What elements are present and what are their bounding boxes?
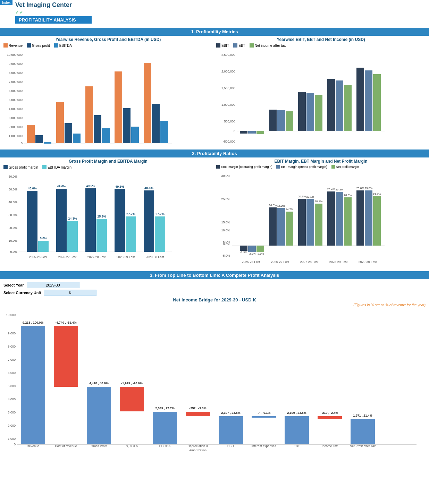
- svg-text:20.1%: 20.1%: [306, 195, 314, 198]
- svg-rect-22: [123, 108, 131, 143]
- svg-text:50.0%: 50.0%: [8, 188, 17, 191]
- svg-rect-68: [27, 191, 37, 252]
- svg-rect-52: [356, 68, 364, 131]
- svg-rect-123: [344, 197, 352, 246]
- svg-text:2028-29 Fcst: 2028-29 Fcst: [329, 260, 348, 264]
- svg-text:-5.0%: -5.0%: [222, 254, 230, 257]
- svg-rect-49: [327, 79, 335, 131]
- svg-text:6,000: 6,000: [8, 371, 16, 375]
- svg-text:4,478 , 48.8%: 4,478 , 48.8%: [89, 382, 109, 385]
- svg-rect-14: [44, 142, 51, 144]
- svg-text:49.3%: 49.3%: [115, 185, 124, 188]
- chart3-legend: Gross profit margin EBITDA margin: [3, 165, 213, 169]
- svg-text:9,000,000: 9,000,000: [9, 62, 23, 66]
- svg-text:Depreciation &: Depreciation &: [187, 444, 208, 448]
- svg-rect-151: [54, 326, 78, 387]
- svg-text:1,500,000: 1,500,000: [221, 86, 235, 90]
- svg-text:2025-26 Fcst: 2025-26 Fcst: [242, 260, 260, 264]
- svg-rect-40: [240, 131, 247, 134]
- chart2-title: Yearwise EBIT, EBT and Net Income (in US…: [216, 37, 426, 42]
- svg-text:-2.9%: -2.9%: [249, 252, 256, 255]
- bridge-subtitle: (Figures in % are as % of revenue for th…: [3, 303, 426, 307]
- svg-rect-78: [96, 219, 107, 252]
- legend-ebt-margin: EBT margin (pretax profit margin): [281, 165, 327, 169]
- svg-text:5,000,000: 5,000,000: [9, 98, 23, 102]
- select-year-label: Select Year: [3, 283, 24, 287]
- svg-text:Cost of revenue: Cost of revenue: [55, 444, 77, 448]
- svg-rect-127: [365, 190, 372, 246]
- svg-rect-121: [336, 192, 343, 246]
- svg-text:2027-28 Fcst: 2027-28 Fcst: [87, 255, 106, 259]
- svg-rect-109: [277, 208, 285, 246]
- svg-text:2027-28 Fcst: 2027-28 Fcst: [300, 260, 319, 264]
- svg-rect-86: [155, 216, 165, 252]
- svg-text:Amortization: Amortization: [189, 449, 207, 452]
- svg-text:10.0%: 10.0%: [8, 239, 17, 242]
- svg-text:2,197 , 23.8%: 2,197 , 23.8%: [221, 411, 241, 415]
- svg-text:2,500,000: 2,500,000: [221, 53, 235, 57]
- section2-header: 2. Profitability Ratios: [0, 150, 429, 157]
- svg-rect-103: [248, 246, 256, 252]
- select-currency-label: Select Currency Unit: [3, 291, 41, 295]
- svg-rect-170: [252, 416, 276, 418]
- svg-text:500,000: 500,000: [224, 120, 235, 123]
- svg-rect-46: [298, 92, 306, 131]
- svg-rect-42: [256, 131, 264, 134]
- legend-ebitda-margin: EBITDA margin: [48, 165, 72, 169]
- svg-text:40.0%: 40.0%: [8, 200, 17, 204]
- chart3-svg: 60.0% 50.0% 40.0% 30.0% 20.0% 10.0% 0.0%…: [3, 171, 174, 268]
- svg-text:0.0%: 0.0%: [223, 242, 230, 246]
- svg-text:9,218 , 100.0%: 9,218 , 100.0%: [23, 321, 44, 324]
- svg-rect-113: [298, 199, 306, 246]
- svg-text:2027-28 Fcst: 2027-28 Fcst: [89, 145, 107, 146]
- svg-rect-47: [306, 93, 314, 131]
- app-title: Vet Imaging Center: [15, 1, 429, 9]
- svg-rect-160: [153, 412, 177, 444]
- svg-rect-84: [144, 190, 154, 252]
- select-year-input[interactable]: [27, 282, 79, 288]
- svg-rect-25: [152, 104, 160, 143]
- svg-rect-18: [85, 86, 93, 143]
- svg-text:EBIT: EBIT: [227, 444, 235, 448]
- svg-text:18.1%: 18.1%: [315, 200, 323, 203]
- svg-rect-53: [365, 70, 372, 131]
- svg-rect-70: [38, 241, 49, 252]
- svg-text:0.0%: 0.0%: [10, 250, 17, 254]
- bridge-chart-area: Net Income Bridge for 2029-30 - USD K (F…: [0, 297, 429, 458]
- svg-text:2025-26 Fcst: 2025-26 Fcst: [29, 255, 48, 259]
- chart3-title: Gross Profit Margin and EBITDA Margin: [3, 159, 213, 164]
- svg-text:21.4%: 21.4%: [373, 193, 381, 196]
- svg-text:2,190 , 23.8%: 2,190 , 23.8%: [287, 411, 306, 415]
- svg-text:-7 , -0.1%: -7 , -0.1%: [257, 411, 270, 415]
- svg-rect-54: [373, 74, 381, 131]
- svg-text:2025-26 Fcst: 2025-26 Fcst: [30, 145, 49, 146]
- legend-ebit-margin: EBIT margin (operating profit margin): [221, 165, 272, 169]
- svg-text:4,000,000: 4,000,000: [9, 107, 23, 111]
- svg-rect-76: [85, 188, 96, 252]
- svg-rect-45: [286, 111, 293, 131]
- svg-rect-148: [21, 326, 45, 444]
- svg-text:1,000,000: 1,000,000: [221, 103, 235, 106]
- svg-text:-352 , -3.8%: -352 , -3.8%: [189, 407, 206, 410]
- chart1-svg: 10,000,000 9,000,000 8,000,000 7,000,000…: [3, 49, 174, 146]
- svg-text:20.0%: 20.0%: [8, 226, 17, 230]
- svg-rect-115: [306, 199, 314, 246]
- svg-rect-82: [126, 216, 136, 252]
- legend-revenue: Revenue: [9, 44, 23, 48]
- svg-rect-163: [186, 412, 210, 416]
- svg-text:16.2%: 16.2%: [277, 204, 285, 207]
- svg-text:2026-27 Fcst: 2026-27 Fcst: [272, 145, 291, 146]
- index-tab[interactable]: Index: [0, 0, 12, 5]
- svg-rect-16: [65, 123, 72, 143]
- svg-text:0: 0: [21, 142, 23, 145]
- svg-rect-101: [240, 246, 247, 251]
- svg-rect-72: [56, 189, 67, 252]
- svg-text:7,000,000: 7,000,000: [9, 80, 23, 84]
- svg-text:2,549 , 27.7%: 2,549 , 27.7%: [155, 407, 175, 410]
- section3-header: 3. From Top Line to Bottom Line: A Compl…: [0, 271, 429, 279]
- svg-text:Net Profit after Tax: Net Profit after Tax: [350, 444, 376, 448]
- select-currency-input[interactable]: [44, 290, 96, 296]
- svg-text:S, G & A: S, G & A: [126, 444, 138, 448]
- svg-rect-21: [115, 71, 122, 143]
- svg-rect-154: [87, 387, 111, 444]
